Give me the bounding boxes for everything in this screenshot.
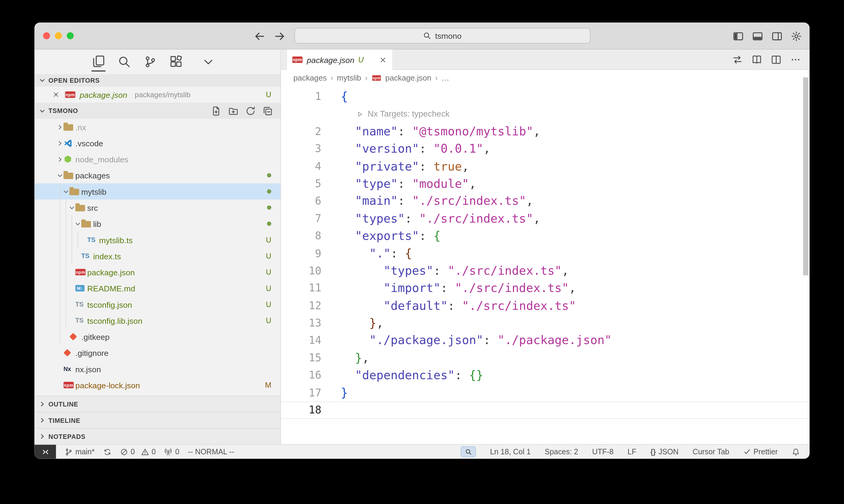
tree-item-src[interactable]: src (35, 200, 280, 216)
code-editor[interactable]: 1{Nx Targets: typecheck2 "name": "@tsmon… (281, 86, 810, 444)
tree-item-tsconfig.lib.json[interactable]: tsconfig.lib.jsonU (35, 312, 280, 329)
close-window-button[interactable] (43, 32, 50, 39)
code-line-17[interactable]: 17} (281, 384, 810, 402)
encoding-status[interactable]: UTF-8 (592, 447, 613, 456)
notepads-section-header[interactable]: NOTEPADS (35, 428, 280, 444)
line-number: 5 (281, 175, 321, 193)
zoom-window-button[interactable] (67, 32, 74, 39)
indentation-status[interactable]: Spaces: 2 (545, 447, 579, 456)
eol-status[interactable]: LF (627, 447, 636, 456)
new-file-icon[interactable] (211, 106, 221, 116)
extensions-view-button[interactable] (169, 52, 183, 71)
broadcast-status[interactable]: 0 (164, 447, 179, 456)
code-line-1[interactable]: 1{ (281, 88, 810, 106)
code-line-12[interactable]: 12 "default": "./src/index.ts" (281, 297, 810, 315)
chevron-down-icon[interactable] (62, 188, 69, 195)
command-center-search[interactable]: tsmono (294, 28, 590, 43)
toggle-primary-sidebar-icon[interactable] (733, 30, 744, 41)
zoom-status-badge[interactable] (461, 447, 476, 457)
outline-section-header[interactable]: OUTLINE (35, 396, 280, 412)
source-control-view-button[interactable] (143, 52, 157, 71)
open-editor-item[interactable]: package.json packages/mytslib U (35, 87, 280, 103)
chevron-down-icon[interactable] (74, 220, 81, 227)
navigate-back-button[interactable] (254, 30, 265, 41)
chevron-down-icon[interactable] (68, 204, 75, 211)
tree-item-tsconfig.json[interactable]: tsconfig.jsonU (35, 296, 280, 312)
code-line-6[interactable]: 6 "main": "./src/index.ts", (281, 193, 810, 210)
indent-guide (71, 232, 72, 248)
code-line-10[interactable]: 10 "types": "./src/index.ts", (281, 262, 810, 280)
breadcrumb-packages[interactable]: packages (293, 74, 327, 82)
new-folder-icon[interactable] (228, 106, 239, 116)
toggle-panel-icon[interactable] (752, 30, 763, 41)
tree-item-nx.json[interactable]: nx.json (35, 361, 280, 377)
tree-item-mytslib[interactable]: mytslib (35, 183, 280, 199)
tree-item-package-lock.json[interactable]: package-lock.jsonM (35, 377, 280, 393)
cursor-position-status[interactable]: Ln 18, Col 1 (490, 447, 531, 456)
tree-item-.gitignore[interactable]: .gitignore (35, 345, 280, 361)
code-line-2[interactable]: 2 "name": "@tsmono/mytslib", (281, 123, 810, 141)
chevron-down-icon[interactable] (56, 172, 64, 179)
compare-changes-icon[interactable] (732, 54, 743, 65)
open-editors-header[interactable]: OPEN EDITORS (35, 74, 280, 87)
collapse-all-icon[interactable] (262, 106, 273, 116)
open-preview-icon[interactable] (752, 54, 762, 65)
formatter-status[interactable]: Prettier (743, 447, 778, 456)
explorer-root-header[interactable]: TSMONO (35, 103, 280, 119)
code-line-9[interactable]: 9 ".": { (281, 245, 810, 263)
editor-scrollbar[interactable] (803, 77, 809, 275)
code-line-5[interactable]: 5 "type": "module", (281, 175, 810, 193)
refresh-icon[interactable] (245, 106, 256, 116)
tree-item-.gitkeep[interactable]: .gitkeep (35, 329, 280, 345)
code-line-18[interactable]: 18 (281, 402, 810, 419)
tab-package-json[interactable]: package.json U (287, 49, 393, 70)
line-number: 9 (281, 245, 321, 263)
tree-item-index.ts[interactable]: index.tsU (35, 248, 280, 264)
codelens-action[interactable]: Nx Targets: typecheck (281, 106, 810, 123)
breadcrumb-package-json[interactable]: package.json (385, 74, 431, 82)
tree-item-README.md[interactable]: README.mdU (35, 280, 280, 296)
split-editor-icon[interactable] (771, 54, 782, 65)
code-line-14[interactable]: 14 "./package.json": "./package.json" (281, 332, 810, 349)
navigate-forward-button[interactable] (274, 30, 285, 41)
timeline-section-header[interactable]: TIMELINE (35, 412, 280, 428)
remote-indicator[interactable] (35, 445, 56, 458)
run-target-icon (356, 111, 363, 118)
breadcrumb-symbol[interactable]: … (442, 74, 449, 82)
code-line-4[interactable]: 4 "private": true, (281, 158, 810, 175)
tree-item-.nx[interactable]: .nx (35, 119, 280, 135)
tree-item-mytslib.ts[interactable]: mytslib.tsU (35, 232, 280, 248)
tree-item-node_modules[interactable]: node_modules (35, 151, 280, 167)
git-branch-status[interactable]: main* (65, 447, 94, 456)
chevron-right-icon[interactable] (56, 140, 64, 147)
tree-item-package.json[interactable]: package.jsonU (35, 264, 280, 280)
notifications-bell[interactable] (792, 448, 800, 456)
code-line-8[interactable]: 8 "exports": { (281, 228, 810, 245)
close-tab-icon[interactable] (379, 56, 387, 64)
sync-changes-button[interactable] (103, 448, 111, 456)
code-line-15[interactable]: 15 }, (281, 349, 810, 367)
tree-item-lib[interactable]: lib (35, 216, 280, 232)
tree-item-.vscode[interactable]: .vscode (35, 135, 280, 151)
chevron-right-icon[interactable] (56, 123, 64, 130)
code-line-13[interactable]: 13 }, (281, 315, 810, 332)
tree-item-packages[interactable]: packages (35, 167, 280, 183)
language-mode-status[interactable]: {} JSON (650, 447, 678, 456)
breadcrumb-mytslib[interactable]: mytslib (337, 74, 361, 82)
search-view-button[interactable] (117, 52, 131, 71)
explorer-view-button[interactable] (91, 52, 105, 71)
code-line-11[interactable]: 11 "import": "./src/index.ts", (281, 280, 810, 298)
code-line-7[interactable]: 7 "types": "./src/index.ts", (281, 210, 810, 228)
cursor-tab-status[interactable]: Cursor Tab (692, 447, 729, 456)
search-icon (423, 32, 431, 40)
additional-views-button[interactable] (201, 52, 215, 71)
minimize-window-button[interactable] (55, 32, 62, 39)
settings-gear-icon[interactable] (791, 30, 802, 41)
code-line-3[interactable]: 3 "version": "0.0.1", (281, 141, 810, 158)
code-line-16[interactable]: 16 "dependencies": {} (281, 367, 810, 384)
problems-status[interactable]: 0 0 (120, 447, 156, 456)
chevron-right-icon[interactable] (56, 156, 64, 163)
close-icon[interactable] (52, 91, 60, 98)
more-actions-icon[interactable] (790, 54, 801, 65)
toggle-secondary-sidebar-icon[interactable] (771, 30, 782, 41)
